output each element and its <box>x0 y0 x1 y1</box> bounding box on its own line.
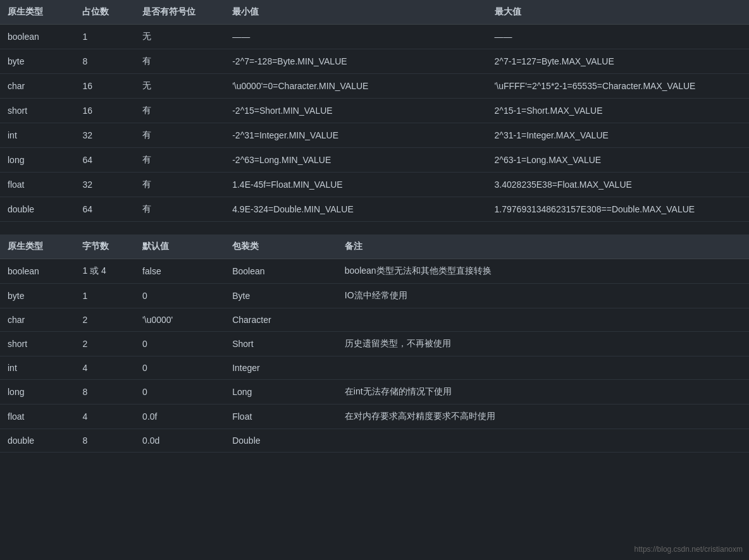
table1-header-signed: 是否有符号位 <box>135 0 225 25</box>
table-cell: 2^63-1=Long.MAX_VALUE <box>487 148 749 173</box>
table-cell: 1 <box>75 25 135 49</box>
table-cell: 0 <box>135 332 225 356</box>
table-cell: Boolean <box>225 259 337 284</box>
table-cell: Long <box>225 380 337 405</box>
table-cell: 有 <box>135 173 225 197</box>
main-container: 原生类型 占位数 是否有符号位 最小值 最大值 boolean1无————byt… <box>0 0 749 453</box>
table2: 原生类型 字节数 默认值 包装类 备注 boolean1 或 4falseBoo… <box>0 234 749 453</box>
table2-header-default: 默认值 <box>135 234 225 259</box>
table-cell: short <box>0 332 75 356</box>
table-row: char2'\u0000'Character <box>0 308 749 332</box>
table-cell: 有 <box>135 49 225 74</box>
table-cell: 0.0f <box>135 405 225 429</box>
table-cell: 2^15-1=Short.MAX_VALUE <box>487 99 749 123</box>
table-cell: 2 <box>75 332 135 356</box>
table-cell: double <box>0 197 75 222</box>
table1: 原生类型 占位数 是否有符号位 最小值 最大值 boolean1无————byt… <box>0 0 749 222</box>
table1-header-row: 原生类型 占位数 是否有符号位 最小值 最大值 <box>0 0 749 25</box>
table-cell: Integer <box>225 356 337 380</box>
table-cell <box>337 356 749 380</box>
table-cell: 历史遗留类型，不再被使用 <box>337 332 749 356</box>
table-cell: -2^31=Integer.MIN_VALUE <box>225 123 486 148</box>
table-cell: —— <box>225 25 486 49</box>
table-cell: 8 <box>75 49 135 74</box>
table-cell: double <box>0 429 75 453</box>
table-cell: 4 <box>75 356 135 380</box>
table-cell: 无 <box>135 74 225 99</box>
table-cell: 有 <box>135 123 225 148</box>
table-cell: long <box>0 148 75 173</box>
table-cell: 8 <box>75 380 135 405</box>
table-cell: 2 <box>75 308 135 332</box>
table-cell: int <box>0 356 75 380</box>
table-row: float32有1.4E-45f=Float.MIN_VALUE3.402823… <box>0 173 749 197</box>
table-row: boolean1 或 4falseBooleanboolean类型无法和其他类型… <box>0 259 749 284</box>
table-cell: int <box>0 123 75 148</box>
table-cell: 1 <box>75 284 135 308</box>
table2-header-row: 原生类型 字节数 默认值 包装类 备注 <box>0 234 749 259</box>
table-row: boolean1无———— <box>0 25 749 49</box>
table-cell: '\uFFFF'=2^15*2-1=65535=Character.MAX_VA… <box>487 74 749 99</box>
table-row: long64有-2^63=Long.MIN_VALUE2^63-1=Long.M… <box>0 148 749 173</box>
table-cell: 32 <box>75 173 135 197</box>
table-cell: 64 <box>75 197 135 222</box>
table-cell: 4.9E-324=Double.MIN_VALUE <box>225 197 486 222</box>
table2-header-type: 原生类型 <box>0 234 75 259</box>
table-cell: false <box>135 259 225 284</box>
section-gap <box>0 222 749 234</box>
table-cell: 1.7976931348623157E308==Double.MAX_VALUE <box>487 197 749 222</box>
table-cell: float <box>0 173 75 197</box>
table-cell <box>337 308 749 332</box>
table-row: float40.0fFloat在对内存要求高对精度要求不高时使用 <box>0 405 749 429</box>
table1-header-bits: 占位数 <box>75 0 135 25</box>
table-cell: boolean <box>0 259 75 284</box>
table-cell: 64 <box>75 148 135 173</box>
table-cell: '\u0000' <box>135 308 225 332</box>
table-cell: 在int无法存储的情况下使用 <box>337 380 749 405</box>
table-row: double80.0dDouble <box>0 429 749 453</box>
table-cell: long <box>0 380 75 405</box>
table-cell: Byte <box>225 284 337 308</box>
table-row: int40Integer <box>0 356 749 380</box>
table-cell: '\u0000'=0=Character.MIN_VALUE <box>225 74 486 99</box>
table-cell: Character <box>225 308 337 332</box>
table-cell: 2^7-1=127=Byte.MAX_VALUE <box>487 49 749 74</box>
table-row: char16无'\u0000'=0=Character.MIN_VALUE'\u… <box>0 74 749 99</box>
table-cell: IO流中经常使用 <box>337 284 749 308</box>
table-row: int32有-2^31=Integer.MIN_VALUE2^31-1=Inte… <box>0 123 749 148</box>
table-cell: 在对内存要求高对精度要求不高时使用 <box>337 405 749 429</box>
table-cell: 0 <box>135 284 225 308</box>
table-cell: float <box>0 405 75 429</box>
table-row: short16有-2^15=Short.MIN_VALUE2^15-1=Shor… <box>0 99 749 123</box>
table-row: double64有4.9E-324=Double.MIN_VALUE1.7976… <box>0 197 749 222</box>
table1-header-max: 最大值 <box>487 0 749 25</box>
table-cell: boolean <box>0 25 75 49</box>
table-row: byte8有-2^7=-128=Byte.MIN_VALUE2^7-1=127=… <box>0 49 749 74</box>
table-cell: 8 <box>75 429 135 453</box>
table-cell: 0 <box>135 380 225 405</box>
table-cell: char <box>0 308 75 332</box>
table-cell: 有 <box>135 99 225 123</box>
table-cell: 4 <box>75 405 135 429</box>
table-cell: Short <box>225 332 337 356</box>
table-cell: 2^31-1=Integer.MAX_VALUE <box>487 123 749 148</box>
table-cell: 有 <box>135 148 225 173</box>
table-cell: 0.0d <box>135 429 225 453</box>
table-cell: 1 或 4 <box>75 259 135 284</box>
table-cell: 有 <box>135 197 225 222</box>
table-cell: short <box>0 99 75 123</box>
table-cell: byte <box>0 49 75 74</box>
table-row: long80Long在int无法存储的情况下使用 <box>0 380 749 405</box>
table2-header-wrapper: 包装类 <box>225 234 337 259</box>
table-cell: -2^15=Short.MIN_VALUE <box>225 99 486 123</box>
table-cell: —— <box>487 25 749 49</box>
table-cell: 32 <box>75 123 135 148</box>
table-cell: Double <box>225 429 337 453</box>
table-cell: boolean类型无法和其他类型直接转换 <box>337 259 749 284</box>
table1-header-min: 最小值 <box>225 0 486 25</box>
table-cell: 0 <box>135 356 225 380</box>
table-cell: 无 <box>135 25 225 49</box>
table-cell: -2^7=-128=Byte.MIN_VALUE <box>225 49 486 74</box>
table-cell: 16 <box>75 74 135 99</box>
table-cell: 3.4028235E38=Float.MAX_VALUE <box>487 173 749 197</box>
